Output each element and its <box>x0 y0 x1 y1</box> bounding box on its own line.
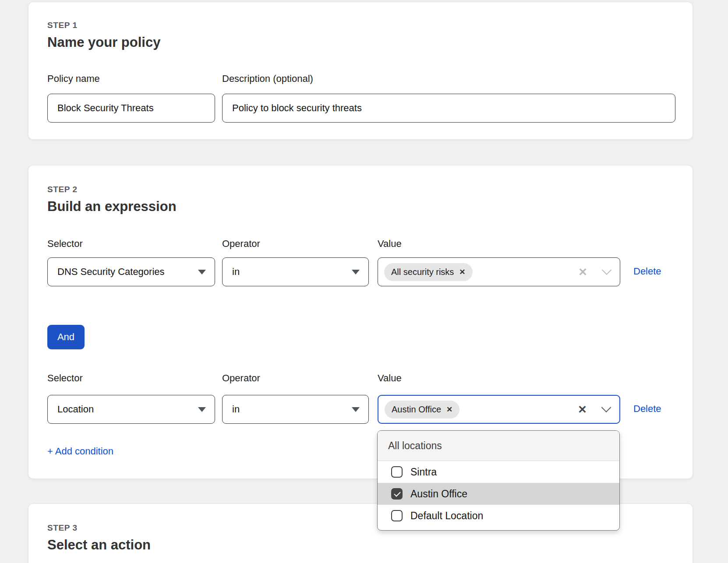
caret-down-icon <box>352 407 360 412</box>
chevron-down-icon[interactable] <box>601 402 611 412</box>
checkbox-checked-icon[interactable] <box>391 488 403 500</box>
operator-column-label: Operator <box>222 238 260 250</box>
operator-value: in <box>232 404 240 415</box>
option-label: Default Location <box>410 510 483 522</box>
operator-column-label: Operator <box>222 373 260 384</box>
value-column-label: Value <box>378 238 402 250</box>
clear-all-icon[interactable]: ✕ <box>578 403 587 416</box>
value-multiselect-focused[interactable]: Austin Office ✕ ✕ <box>378 395 620 424</box>
selector-value: Location <box>57 404 94 415</box>
caret-down-icon <box>198 270 206 274</box>
checkbox-unchecked-icon[interactable] <box>391 510 403 521</box>
dropdown-option-default-location[interactable]: Default Location <box>378 505 619 527</box>
selector-dropdown[interactable]: Location <box>47 395 215 424</box>
selector-column-label: Selector <box>47 373 83 384</box>
operator-dropdown[interactable]: in <box>222 395 369 424</box>
policy-name-label: Policy name <box>47 73 100 84</box>
step1-title: Name your policy <box>47 35 160 50</box>
value-multiselect[interactable]: All security risks ✕ ✕ <box>378 257 620 286</box>
value-tag: All security risks ✕ <box>384 263 473 281</box>
chevron-down-icon[interactable] <box>602 265 612 275</box>
selector-dropdown[interactable]: DNS Security Categories <box>47 257 215 286</box>
step1-card: STEP 1 Name your policy Policy name Desc… <box>28 2 693 140</box>
dropdown-option-sintra[interactable]: Sintra <box>378 461 619 483</box>
selector-value: DNS Security Categories <box>57 266 165 278</box>
step2-title: Build an expression <box>47 199 177 215</box>
option-label: Sintra <box>410 466 437 478</box>
step3-title: Select an action <box>47 537 151 553</box>
delete-condition-link[interactable]: Delete <box>633 403 661 415</box>
description-input[interactable] <box>222 94 675 123</box>
selector-column-label: Selector <box>47 238 83 250</box>
checkbox-unchecked-icon[interactable] <box>391 466 403 478</box>
value-tag-label: All security risks <box>391 267 454 277</box>
dropdown-option-austin-office[interactable]: Austin Office <box>378 483 619 505</box>
add-condition-link[interactable]: + Add condition <box>47 446 113 457</box>
operator-value: in <box>232 266 240 278</box>
operator-dropdown[interactable]: in <box>222 257 369 286</box>
policy-builder-page: STEP 1 Name your policy Policy name Desc… <box>0 0 728 563</box>
value-column-label: Value <box>378 373 402 384</box>
tag-remove-icon[interactable]: ✕ <box>459 267 465 277</box>
policy-name-input[interactable] <box>47 94 215 123</box>
location-options-dropdown: All locations Sintra Austin Office Defau… <box>377 430 620 531</box>
delete-condition-link[interactable]: Delete <box>633 266 661 277</box>
tag-remove-icon[interactable]: ✕ <box>446 405 452 414</box>
description-label: Description (optional) <box>222 73 313 84</box>
option-label: Austin Office <box>410 488 467 500</box>
caret-down-icon <box>198 407 206 412</box>
step2-label: STEP 2 <box>47 185 78 194</box>
value-tag-label: Austin Office <box>392 405 441 415</box>
clear-all-icon[interactable]: ✕ <box>578 266 587 278</box>
and-button[interactable]: And <box>47 325 85 349</box>
step3-label: STEP 3 <box>47 523 78 533</box>
step1-label: STEP 1 <box>47 21 78 30</box>
value-tag: Austin Office ✕ <box>385 401 459 419</box>
dropdown-group-header: All locations <box>378 431 619 461</box>
caret-down-icon <box>352 270 360 274</box>
